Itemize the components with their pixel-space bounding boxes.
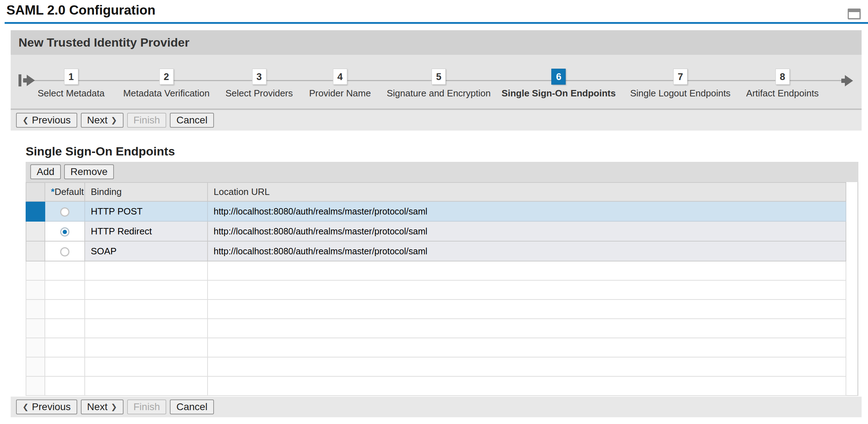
empty-cell <box>26 357 45 376</box>
empty-cell <box>26 300 45 319</box>
required-marker: * <box>51 186 54 197</box>
endpoints-table: *Default Binding Location URL HTTP POSTh… <box>26 182 846 396</box>
step-number: 8 <box>775 69 790 85</box>
step-label: Signature and Encryption <box>387 88 491 99</box>
empty-cell <box>45 261 85 280</box>
empty-cell <box>208 280 846 300</box>
finish-button[interactable]: Finish <box>127 399 167 414</box>
wizard-step-4[interactable]: 4Provider Name <box>309 69 371 99</box>
step-label: Select Metadata <box>38 88 105 99</box>
location-url-cell: http://localhost:8080/auth/realms/master… <box>208 241 846 261</box>
wizard-step-3[interactable]: 3Select Providers <box>225 69 293 99</box>
table-scrollbar-gutter <box>846 182 858 396</box>
default-cell <box>45 221 85 241</box>
previous-button[interactable]: ❮ Previous <box>16 113 77 128</box>
empty-cell <box>45 357 85 376</box>
table-header-row: *Default Binding Location URL <box>26 182 846 201</box>
step-number: 1 <box>64 69 78 85</box>
location-url-cell: http://localhost:8080/auth/realms/master… <box>208 201 846 221</box>
previous-label: Previous <box>32 115 71 126</box>
step-label: Artifact Endpoints <box>746 88 819 99</box>
empty-cell <box>26 338 45 357</box>
add-button[interactable]: Add <box>30 164 61 179</box>
endpoint-row[interactable]: HTTP POSThttp://localhost:8080/auth/real… <box>26 201 846 221</box>
default-column-header: *Default <box>45 182 85 201</box>
cancel-button[interactable]: Cancel <box>170 113 214 128</box>
empty-cell <box>26 319 45 338</box>
empty-cell <box>26 261 45 280</box>
row-selector-cell[interactable] <box>26 201 45 221</box>
wizard-roadmap: 1Select Metadata2Metadata Verification3S… <box>11 55 862 110</box>
location-url-column-header: Location URL <box>208 182 846 201</box>
default-cell <box>45 201 85 221</box>
previous-label: Previous <box>32 401 71 413</box>
page-title: SAML 2.0 Configuration <box>6 3 156 18</box>
empty-cell <box>85 300 208 319</box>
finish-label: Finish <box>134 115 160 126</box>
selector-column-header <box>26 182 45 201</box>
empty-cell <box>45 338 85 357</box>
sso-endpoints-panel: Add Remove *Default Binding Location URL… <box>26 162 858 396</box>
empty-row <box>26 300 846 319</box>
binding-cell: HTTP POST <box>85 201 208 221</box>
empty-row <box>26 376 846 396</box>
default-radio[interactable] <box>60 247 69 256</box>
row-selector-cell[interactable] <box>26 241 45 261</box>
default-cell <box>45 241 85 261</box>
window-icon-titlebar <box>849 10 859 12</box>
step-label: Single Sign-On Endpoints <box>502 88 616 99</box>
wizard-step-5[interactable]: 5Signature and Encryption <box>387 69 491 99</box>
next-label: Next <box>87 401 108 413</box>
wizard-step-6[interactable]: 6Single Sign-On Endpoints <box>502 69 616 99</box>
empty-cell <box>85 261 208 280</box>
empty-row <box>26 357 846 376</box>
step-label: Single Logout Endpoints <box>630 88 731 99</box>
row-selector-cell[interactable] <box>26 221 45 241</box>
next-button[interactable]: Next ❯ <box>81 113 124 128</box>
location-url-cell: http://localhost:8080/auth/realms/master… <box>208 221 846 241</box>
step-number: 2 <box>159 69 173 85</box>
wizard-step-7[interactable]: 7Single Logout Endpoints <box>630 69 731 99</box>
empty-cell <box>208 261 846 280</box>
wizard-nav-toolbar-bottom: ❮ Previous Next ❯ Finish Cancel <box>11 397 862 417</box>
window-restore-icon[interactable] <box>848 9 861 19</box>
empty-cell <box>85 319 208 338</box>
step-label: Provider Name <box>309 88 371 99</box>
default-radio[interactable] <box>60 207 69 217</box>
empty-cell <box>45 300 85 319</box>
section-title: Single Sign-On Endpoints <box>26 144 175 158</box>
step-number: 6 <box>551 69 566 85</box>
binding-cell: HTTP Redirect <box>85 221 208 241</box>
title-divider <box>5 22 868 24</box>
empty-cell <box>208 338 846 357</box>
step-label: Metadata Verification <box>123 88 210 99</box>
wizard-nav-toolbar-top: ❮ Previous Next ❯ Finish Cancel <box>11 110 862 131</box>
empty-cell <box>45 280 85 300</box>
next-button[interactable]: Next ❯ <box>81 399 124 414</box>
empty-cell <box>85 357 208 376</box>
endpoint-row[interactable]: HTTP Redirecthttp://localhost:8080/auth/… <box>26 221 846 241</box>
step-number: 7 <box>673 69 687 85</box>
finish-button[interactable]: Finish <box>127 113 167 128</box>
wizard-step-1[interactable]: 1Select Metadata <box>38 69 105 99</box>
chevron-left-icon: ❮ <box>22 116 29 124</box>
empty-row <box>26 319 846 338</box>
wizard-title: New Trusted Identity Provider <box>11 30 862 55</box>
step-number: 4 <box>333 69 347 85</box>
empty-cell <box>45 319 85 338</box>
roadmap-steps: 1Select Metadata2Metadata Verification3S… <box>11 55 862 108</box>
remove-button[interactable]: Remove <box>64 164 114 179</box>
chevron-right-icon: ❯ <box>111 403 117 411</box>
step-label: Select Providers <box>225 88 293 99</box>
chevron-right-icon: ❯ <box>111 116 117 124</box>
cancel-button[interactable]: Cancel <box>170 399 214 414</box>
wizard-step-2[interactable]: 2Metadata Verification <box>123 69 210 99</box>
default-radio[interactable] <box>60 227 69 237</box>
saml-configuration-page: SAML 2.0 Configuration New Trusted Ident… <box>0 0 868 424</box>
empty-cell <box>208 376 846 396</box>
previous-button[interactable]: ❮ Previous <box>16 399 77 414</box>
cancel-label: Cancel <box>176 401 207 413</box>
endpoint-row[interactable]: SOAPhttp://localhost:8080/auth/realms/ma… <box>26 241 846 261</box>
wizard-step-8[interactable]: 8Artifact Endpoints <box>746 69 819 99</box>
empty-cell <box>208 300 846 319</box>
